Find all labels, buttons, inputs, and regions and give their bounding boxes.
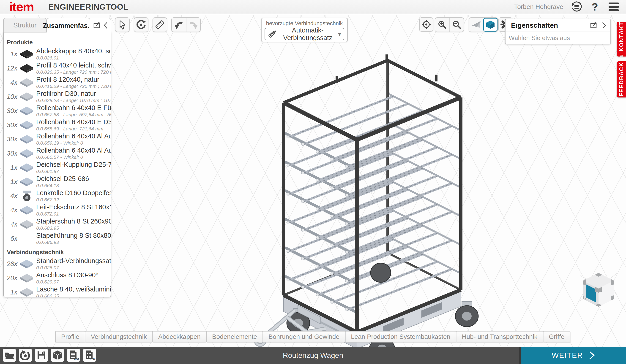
part-name: Leit-Eckschutz 8 St 160x16… [36,203,111,211]
kontakt-tab[interactable]: KONTAKT [617,22,626,57]
part-quantity: 28x [4,260,17,268]
part-row[interactable]: 30xRollenbahn 6 40x40 E Führ…0.0.657.88 … [4,104,111,118]
popout-panel-icon[interactable] [93,22,101,29]
help-icon[interactable]: ? [589,1,601,13]
part-name: Deichsel-Kupplung D25-74,… [36,161,111,168]
part-row[interactable]: 4xLenkrolle D160 Doppelfest…0.0.667.32 [4,189,111,203]
part-quantity: 20x [4,274,17,282]
section-header: Verbindungstechnik [7,249,111,256]
menu-icon[interactable] [608,1,620,13]
part-info: 0.0.658.69 - Länge: 721,64 mm [36,126,111,132]
drawbar-coupling-thumbnail [17,162,36,173]
select-tool-button[interactable] [115,17,130,32]
part-name: Lasche 8 40, weißaluminiu… [36,286,111,293]
part-info: 0.0.659.19 - Winkel: 0 [36,140,111,146]
solid-view-button[interactable] [483,18,498,32]
undo-button[interactable] [172,18,186,32]
category-tab-lean-production-systembaukasten[interactable]: Lean Production Systembaukasten [345,331,456,342]
part-row[interactable]: 6xStapelführung 8 St 80x80-3…0.0.686.93 [4,231,111,245]
part-info: 0.0.629.97 [36,279,111,285]
part-row[interactable]: 4xStaplerschuh 8 St 260x90x…0.0.683.95 [4,217,111,231]
summary-panel: Produkte1xAbdeckkappe 8 40x40, sch…0.0.0… [3,32,111,298]
part-row[interactable]: 30xRollenbahn 6 40x40 E D300.0.658.69 - … [4,118,111,132]
part-info: 0.0.686.93 [36,239,111,245]
profile-black-thumbnail [17,63,36,74]
zoom-in-icon [437,20,447,30]
category-tab-abdeckkappen[interactable]: Abdeckkappen [152,331,207,342]
plate-thumbnail [17,287,36,298]
rotate-icon [136,20,146,30]
category-tab-hub-und-transporttechnik[interactable]: Hub- und Transporttechnik [456,331,543,342]
part-row[interactable]: 1xAbdeckkappe 8 40x40, sch…0.0.026.01 [4,47,111,61]
parts-list: Produkte1xAbdeckkappe 8 40x40, sch…0.0.0… [4,32,111,298]
weiter-button[interactable]: WEITER [519,347,626,364]
part-name: Profil 8 120x40, natur [36,76,111,83]
save-button[interactable] [35,349,48,362]
category-tab-verbindungstechnik[interactable]: Verbindungstechnik [85,331,153,342]
collapse-panel-icon[interactable] [103,22,108,29]
center-view-button[interactable] [419,17,433,32]
part-row[interactable]: 1xDeichsel-Kupplung D25-74,…0.0.661.87 [4,160,111,175]
part-quantity: 4x [4,79,17,86]
redo-button[interactable] [186,18,200,32]
part-info: 0.0.672.91 [36,211,111,217]
popout-properties-icon[interactable] [590,22,598,29]
export-csv-button[interactable]: CSV [83,349,96,362]
roller-bracket-thumbnail [17,148,36,159]
part-quantity: 10x [4,93,17,100]
part-info: 0.0.026.07 [36,265,111,270]
zoom-in-button[interactable] [435,18,449,32]
category-tab-bodenelemente[interactable]: Bodenelemente [206,331,263,342]
part-row[interactable]: 30xRollenbahn 6 40x40 Al Auf…0.0.659.19 … [4,132,111,146]
part-name: Rollenbahn 6 40x40 Al Auf… [36,132,111,140]
part-quantity: 12x [4,65,17,72]
cursor-icon [118,20,127,30]
part-info: 0.0.657.88 - Länge: 597,64 mm ; 597,64 m… [36,112,111,117]
open-project-button[interactable] [3,349,16,362]
part-quantity: 1x [4,178,17,186]
connection-label: bevorzugte Verbindungstechnik [266,20,343,27]
part-quantity: 4x [4,206,17,214]
category-tabs: ProfileVerbindungstechnikAbdeckkappenBod… [56,331,570,342]
rotate-tool-button[interactable] [134,17,148,32]
zoom-out-button[interactable] [449,18,464,32]
category-tab-griffe[interactable]: Griffe [543,331,570,342]
export-pdf-button[interactable]: PDF [67,349,80,362]
part-quantity: 1x [4,289,17,296]
fork-shoe-thumbnail [17,219,36,230]
part-name: Lenkrolle D160 Doppelfest… [36,189,111,197]
tab-struktur[interactable]: Struktur [3,18,47,33]
part-row[interactable]: 4xLeit-Eckschutz 8 St 160x16…0.0.672.91 [4,203,111,217]
part-row[interactable]: 30xRollenbahn 6 40x40 Al Auf…0.0.660.57 … [4,146,111,160]
fastener-set-thumbnail [17,258,36,269]
part-row[interactable]: 20xAnschluss 8 D30-90°0.0.629.97 [4,271,111,285]
part-row[interactable]: 12xProfil 8 40x40 leicht, schw…0.0.026.3… [4,61,111,75]
part-quantity: 4x [4,192,17,200]
part-row[interactable]: 10xProfilrohr D30, natur0.0.628.28 - Län… [4,90,111,104]
part-name: Deichsel D25-686 [36,175,111,183]
export-3d-button[interactable] [51,349,64,362]
solid-view-icon [485,20,495,30]
category-tab-bohrungen-und-gewinde[interactable]: Bohrungen und Gewinde [263,331,345,342]
cart-model[interactable] [229,49,518,360]
part-quantity: 30x [4,135,17,143]
category-tab-profile[interactable]: Profile [55,331,85,342]
transparent-view-button[interactable] [469,18,483,32]
part-name: Abdeckkappe 8 40x40, sch… [36,47,111,55]
roller-guide-thumbnail [17,105,36,116]
measure-tool-button[interactable] [153,17,167,32]
part-row[interactable]: 4xProfil 8 120x40, natur0.0.416.29 - Län… [4,75,111,90]
feedback-tab[interactable]: FEEDBACK [617,61,626,98]
properties-panel: Eigenschaften Wählen Sie etwas aus [505,19,611,44]
view-cube[interactable] [580,266,617,312]
tab-zusammenfassung[interactable]: Zusammenfas… [47,18,90,33]
envelope-icon [619,55,624,57]
reset-button[interactable] [19,349,32,362]
properties-placeholder: Wählen Sie etwas aus [509,34,570,42]
history-icon[interactable] [570,1,582,13]
part-row[interactable]: 1xDeichsel D25-6860.0.664.13 [4,175,111,189]
part-row[interactable]: 1xLasche 8 40, weißaluminiu…0.0.666.35 [4,285,111,298]
connection-select[interactable]: Automatik-Verbindungssatz ▾ [265,28,344,40]
part-row[interactable]: 28xStandard-Verbindungssatz …0.0.026.07 [4,257,111,271]
collapse-properties-icon[interactable] [602,22,606,29]
